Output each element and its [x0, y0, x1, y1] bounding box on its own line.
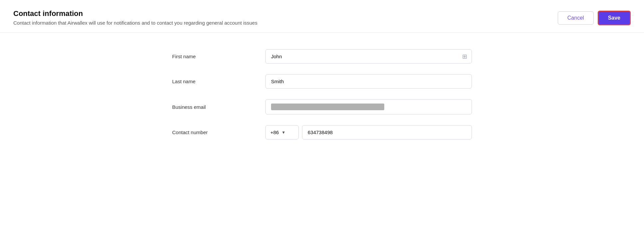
page-container: Contact information Contact information … — [0, 0, 644, 237]
page-title: Contact information — [13, 9, 257, 18]
business-email-field[interactable] — [265, 99, 472, 115]
header-left: Contact information Contact information … — [13, 9, 257, 26]
business-email-input-wrapper — [265, 99, 472, 115]
form-section: First name ⊞ Last name Business email — [0, 33, 644, 167]
phone-inputs-container: +86 ▼ — [265, 125, 472, 139]
first-name-input-wrapper: ⊞ — [265, 49, 472, 64]
save-button[interactable]: Save — [598, 11, 631, 25]
first-name-row: First name ⊞ — [172, 49, 472, 64]
phone-number-input[interactable] — [302, 125, 472, 139]
business-email-label: Business email — [172, 104, 265, 110]
country-code-selector[interactable]: +86 ▼ — [265, 125, 299, 139]
cancel-button[interactable]: Cancel — [558, 11, 594, 25]
header-actions: Cancel Save — [558, 11, 631, 25]
last-name-label: Last name — [172, 79, 265, 84]
header: Contact information Contact information … — [0, 0, 644, 33]
page-subtitle: Contact information that Airwallex will … — [13, 20, 257, 26]
contact-number-input-wrapper: +86 ▼ — [265, 125, 472, 139]
last-name-input-wrapper — [265, 74, 472, 89]
first-name-label: First name — [172, 54, 265, 59]
chevron-down-icon: ▼ — [281, 130, 285, 135]
last-name-row: Last name — [172, 74, 472, 89]
contact-number-row: Contact number +86 ▼ — [172, 125, 472, 139]
last-name-input[interactable] — [265, 74, 472, 89]
business-email-row: Business email — [172, 99, 472, 115]
email-redacted-value — [271, 104, 384, 110]
first-name-field-container: ⊞ — [265, 49, 472, 64]
contact-number-label: Contact number — [172, 129, 265, 135]
country-code-value: +86 — [270, 129, 279, 135]
first-name-input[interactable] — [265, 49, 472, 64]
